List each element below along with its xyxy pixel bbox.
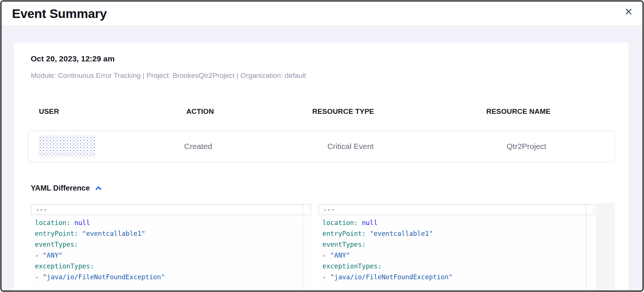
yaml-code-line: location: null bbox=[35, 218, 307, 228]
modal-body: Oct 20, 2023, 12:29 am Module: Continuou… bbox=[1, 26, 643, 291]
action-cell: Created bbox=[134, 142, 263, 151]
yaml-code-right: location: nullentryPoint: "eventcallable… bbox=[318, 215, 594, 283]
yaml-doc-separator-row: --- bbox=[318, 204, 594, 215]
yaml-code-line: exceptionTypes: bbox=[322, 261, 590, 272]
yaml-panel-left[interactable]: --- location: nullentryPoint: "eventcall… bbox=[31, 203, 311, 292]
yaml-code-line: entryPoint: "eventcallable1" bbox=[35, 228, 307, 239]
column-header-resource-name: RESOURCE NAME bbox=[422, 107, 615, 116]
yaml-diff-container: --- location: nullentryPoint: "eventcall… bbox=[31, 203, 615, 292]
yaml-panel-right[interactable]: --- location: nullentryPoint: "eventcall… bbox=[318, 203, 594, 292]
yaml-code-line: entryPoint: "eventcallable1" bbox=[322, 228, 590, 239]
yaml-code-line: - "ANY" bbox=[35, 250, 307, 261]
table-row: Created Critical Event Qtr2Project bbox=[28, 131, 615, 162]
user-cell bbox=[28, 136, 134, 157]
yaml-code-line: eventTypes: bbox=[322, 239, 590, 250]
yaml-code-line: - "ANY" bbox=[322, 250, 590, 261]
yaml-doc-separator-row: --- bbox=[31, 204, 311, 215]
event-date: Oct 20, 2023, 12:29 am bbox=[31, 54, 615, 64]
event-meta: Module: Continuous Error Tracking | Proj… bbox=[31, 71, 615, 80]
yaml-difference-toggle[interactable]: YAML Difference bbox=[31, 184, 103, 192]
table-header-row: USER ACTION RESOURCE TYPE RESOURCE NAME bbox=[31, 107, 615, 116]
column-header-user: USER bbox=[31, 107, 136, 116]
yaml-code-line: - "java/io/FileNotFoundException" bbox=[322, 272, 590, 283]
redacted-user-avatar bbox=[39, 136, 95, 157]
close-icon[interactable]: ✕ bbox=[624, 7, 633, 17]
page-title: Event Summary bbox=[12, 6, 107, 21]
scrollbar-track[interactable] bbox=[596, 203, 615, 292]
resource-type-cell: Critical Event bbox=[262, 142, 438, 151]
modal-header: Event Summary ✕ bbox=[1, 1, 643, 26]
panel-scrollbar-divider bbox=[303, 203, 303, 292]
resource-name-cell: Qtr2Project bbox=[438, 142, 614, 151]
yaml-code-line: exceptionTypes: bbox=[35, 261, 307, 272]
chevron-up-icon[interactable] bbox=[94, 184, 103, 192]
column-header-action: ACTION bbox=[136, 107, 264, 116]
yaml-code-line: eventTypes: bbox=[35, 239, 307, 250]
panel-scrollbar-divider bbox=[586, 203, 586, 292]
yaml-code-left: location: nullentryPoint: "eventcallable… bbox=[31, 215, 311, 283]
yaml-code-line: - "java/io/FileNotFoundException" bbox=[35, 272, 307, 283]
event-summary-modal: Event Summary ✕ Oct 20, 2023, 12:29 am M… bbox=[0, 0, 644, 292]
yaml-code-line: location: null bbox=[322, 218, 590, 228]
column-header-resource-type: RESOURCE TYPE bbox=[264, 107, 422, 116]
event-card: Oct 20, 2023, 12:29 am Module: Continuou… bbox=[14, 42, 629, 292]
yaml-difference-label: YAML Difference bbox=[31, 184, 90, 192]
